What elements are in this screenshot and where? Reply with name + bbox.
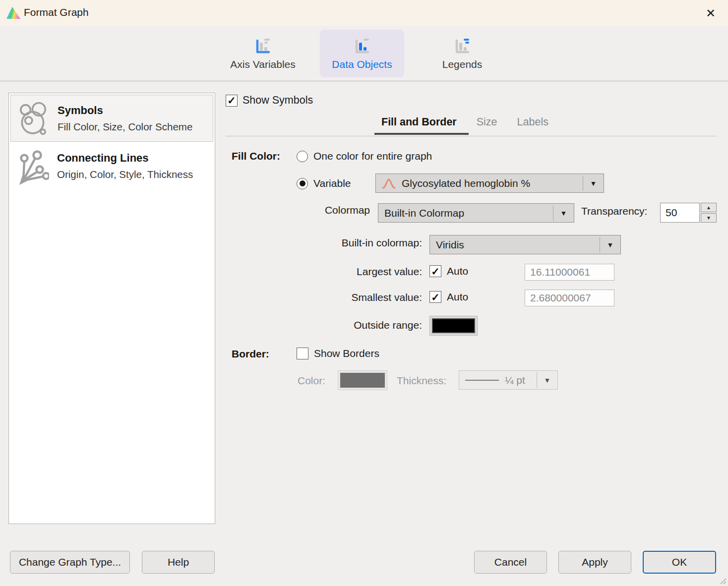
- thickness-label-wrap: Thickness:: [397, 375, 446, 387]
- tab-data-objects[interactable]: Data Objects: [320, 30, 404, 77]
- window-title: Format Graph: [24, 6, 89, 18]
- one-color-label: One color for entire graph: [313, 150, 432, 162]
- transparency-input[interactable]: [660, 203, 700, 223]
- border-color-label: Color:: [298, 375, 325, 387]
- smallest-value-label: Smallest value:: [352, 292, 422, 303]
- tab-fill-and-border[interactable]: Fill and Border: [381, 116, 457, 128]
- show-symbols-checkbox[interactable]: ✓: [226, 95, 238, 107]
- spin-up-icon[interactable]: ▲: [701, 203, 717, 212]
- format-graph-dialog: Format Graph ✕ Axis Variables Data Objec…: [0, 0, 728, 586]
- cancel-button[interactable]: Cancel: [474, 551, 547, 574]
- thickness-label: Thickness:: [397, 375, 446, 387]
- spin-down-icon[interactable]: ▼: [701, 213, 717, 223]
- connecting-lines-icon: [17, 150, 49, 185]
- active-tab-underline: [374, 133, 469, 135]
- colormap-dropdown[interactable]: Built-in Colormap ▼: [378, 203, 574, 223]
- largest-auto-checkbox[interactable]: ✓: [429, 265, 441, 277]
- show-borders-checkbox[interactable]: [297, 348, 308, 359]
- sidebar: Symbols Fill Color, Size, Color Scheme C…: [8, 93, 215, 524]
- one-color-option: One color for entire graph: [297, 150, 432, 162]
- tab-legends[interactable]: Legends: [423, 30, 502, 77]
- border-color-label-wrap: Color:: [268, 375, 325, 387]
- smallest-auto-wrap: ✓ Auto: [429, 291, 468, 303]
- builtin-colormap-value: Viridis: [436, 239, 464, 251]
- show-symbols-row: ✓ Show Symbols: [226, 94, 313, 107]
- show-symbols-label: Show Symbols: [243, 94, 313, 107]
- builtin-colormap-label-wrap: Built-in colormap:: [278, 237, 422, 249]
- colormap-dropdown-value: Built-in Colormap: [384, 207, 464, 219]
- chevron-down-icon: ▼: [537, 372, 557, 388]
- sidebar-item-title: Symbols: [58, 104, 103, 117]
- tab-label: Legends: [442, 59, 483, 70]
- thickness-value: ¼ pt: [505, 374, 525, 386]
- chevron-down-icon: ▼: [583, 176, 604, 191]
- one-color-radio[interactable]: [297, 151, 308, 162]
- fill-color-label: Fill Color:: [232, 150, 280, 162]
- axis-variables-icon: [253, 37, 273, 56]
- transparency-label-wrap: Transparency:: [581, 205, 647, 217]
- border-label: Border:: [232, 348, 269, 360]
- show-borders-wrap: Show Borders: [297, 348, 379, 359]
- largest-value-label-wrap: Largest value:: [278, 266, 422, 278]
- sidebar-item-symbols[interactable]: Symbols Fill Color, Size, Color Scheme: [10, 95, 213, 142]
- transparency-spinner: ▲ ▼: [660, 203, 717, 223]
- legends-icon: [452, 37, 472, 56]
- show-borders-label: Show Borders: [314, 348, 379, 359]
- largest-auto-wrap: ✓ Auto: [429, 265, 468, 277]
- data-objects-icon: [352, 37, 372, 56]
- tab-size[interactable]: Size: [477, 116, 497, 128]
- colormap-label-wrap: Colormap: [268, 204, 370, 216]
- sidebar-item-subtitle: Origin, Color, Style, Thickness: [57, 169, 193, 180]
- app-logo-icon: [6, 7, 20, 19]
- thickness-dropdown[interactable]: ¼ pt ▼: [459, 370, 558, 390]
- outside-range-label-wrap: Outside range:: [278, 319, 422, 331]
- tab-label: Data Objects: [332, 59, 392, 70]
- ok-button[interactable]: OK: [643, 551, 716, 574]
- smallest-value-input[interactable]: [525, 290, 614, 306]
- tab-label: Axis Variables: [230, 59, 296, 70]
- outside-range-color-swatch: [432, 318, 475, 333]
- outside-range-color-button[interactable]: [429, 316, 478, 336]
- builtin-colormap-dropdown[interactable]: Viridis ▼: [429, 235, 621, 254]
- smallest-auto-label: Auto: [447, 291, 468, 303]
- panel-tabs: Fill and Border Size Labels: [381, 116, 548, 128]
- distribution-curve-icon: [382, 177, 396, 189]
- border-label-wrap: Border:: [232, 348, 269, 360]
- tab-labels[interactable]: Labels: [517, 116, 548, 128]
- titlebar: Format Graph ✕: [0, 0, 728, 26]
- variable-radio[interactable]: [297, 178, 308, 189]
- line-sample-icon: [465, 380, 499, 381]
- chevron-down-icon: ▼: [553, 205, 574, 221]
- change-graph-type-button[interactable]: Change Graph Type...: [10, 551, 130, 574]
- largest-value-label: Largest value:: [357, 266, 422, 278]
- border-color-swatch: [340, 373, 385, 388]
- largest-value-input[interactable]: [525, 264, 614, 281]
- variable-label: Variable: [313, 177, 351, 189]
- tab-axis-variables[interactable]: Axis Variables: [214, 30, 311, 77]
- smallest-value-label-wrap: Smallest value:: [278, 292, 422, 303]
- outside-range-label: Outside range:: [354, 319, 422, 331]
- sidebar-item-subtitle: Fill Color, Size, Color Scheme: [58, 121, 192, 133]
- colormap-label: Colormap: [325, 204, 370, 216]
- close-icon[interactable]: ✕: [700, 4, 721, 23]
- tabs-divider: [226, 136, 717, 136]
- sidebar-item-connecting-lines[interactable]: Connecting Lines Origin, Color, Style, T…: [10, 143, 213, 190]
- variable-dropdown[interactable]: Glycosylated hemoglobin % ▼: [375, 174, 604, 193]
- largest-auto-label: Auto: [447, 265, 468, 277]
- variable-option: Variable: [297, 177, 351, 189]
- variable-dropdown-value: Glycosylated hemoglobin %: [402, 177, 530, 189]
- fill-color-row: Fill Color:: [232, 150, 280, 162]
- smallest-auto-checkbox[interactable]: ✓: [429, 291, 441, 303]
- border-color-button[interactable]: [338, 370, 387, 390]
- symbols-icon: [18, 102, 49, 136]
- top-nav: Axis Variables Data Objects Legends: [0, 26, 728, 81]
- sidebar-item-title: Connecting Lines: [57, 152, 149, 165]
- chevron-down-icon: ▼: [600, 237, 620, 252]
- builtin-colormap-label: Built-in colormap:: [342, 237, 422, 249]
- apply-button[interactable]: Apply: [558, 551, 631, 574]
- resize-grip[interactable]: [719, 577, 727, 585]
- help-button[interactable]: Help: [142, 551, 215, 574]
- transparency-label: Transparency:: [581, 205, 647, 217]
